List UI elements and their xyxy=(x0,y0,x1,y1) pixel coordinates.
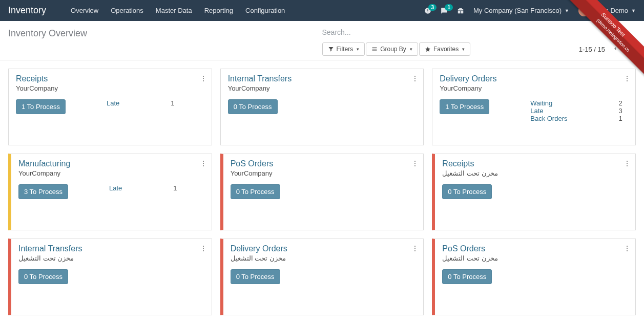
pager-prev[interactable] xyxy=(610,44,620,54)
kanban-card[interactable]: ⋮PoS OrdersYourCompany0 To Process xyxy=(220,154,424,230)
card-menu-icon[interactable]: ⋮ xyxy=(411,159,418,167)
stat-value: 1 xyxy=(619,115,622,122)
process-button[interactable]: 0 To Process xyxy=(18,269,68,284)
activity-badge: 3 xyxy=(428,4,437,11)
process-button[interactable]: 0 To Process xyxy=(442,269,492,284)
groupby-label: Group By xyxy=(380,46,406,53)
card-title[interactable]: Internal Transfers xyxy=(18,244,204,253)
stat-row[interactable]: Late1 xyxy=(107,99,175,107)
page-title: Inventory Overview xyxy=(8,26,322,39)
kanban-card[interactable]: ⋮Internal Transfersمخزن تحت التشغيل0 To … xyxy=(8,239,212,315)
stat-value: 2 xyxy=(619,99,622,107)
avatar xyxy=(578,5,590,16)
card-menu-icon[interactable]: ⋮ xyxy=(411,244,418,252)
navbar: Inventory Overview Operations Master Dat… xyxy=(0,0,644,21)
card-title[interactable]: Receipts xyxy=(442,159,628,168)
card-body: 0 To Process xyxy=(442,184,628,199)
stat-value: 3 xyxy=(619,107,622,115)
nav-reporting[interactable]: Reporting xyxy=(204,7,233,14)
card-menu-icon[interactable]: ⋮ xyxy=(200,74,206,82)
card-subtitle: YourCompany xyxy=(18,169,204,177)
card-title[interactable]: PoS Orders xyxy=(442,244,628,253)
gift-icon[interactable] xyxy=(457,7,464,14)
card-body: 0 To Process xyxy=(228,99,417,114)
stat-row[interactable]: Late1 xyxy=(109,184,177,192)
kanban-card[interactable]: ⋮ManufacturingYourCompany3 To ProcessLat… xyxy=(8,154,212,230)
search-input[interactable] xyxy=(322,26,636,38)
kanban-card[interactable]: ⋮Delivery Ordersمخزن تحت التشغيل0 To Pro… xyxy=(220,239,424,315)
filters-button[interactable]: Filters ▾ xyxy=(322,42,365,56)
card-title[interactable]: Internal Transfers xyxy=(228,74,417,83)
nav-configuration[interactable]: Configuration xyxy=(245,7,285,14)
stat-row[interactable]: Waiting2 xyxy=(530,99,622,107)
kanban-board: ⋮ReceiptsYourCompany1 To ProcessLate1⋮In… xyxy=(0,60,644,323)
card-body: 1 To ProcessLate1 xyxy=(16,99,204,114)
process-button[interactable]: 1 To Process xyxy=(440,99,489,114)
nav-right: 3 1 My Company (San Francisco) ▼ Marc De… xyxy=(424,5,636,16)
activity-icon[interactable]: 3 xyxy=(424,7,431,14)
stat-row[interactable]: Late3 xyxy=(530,107,622,115)
card-stats: Late1 xyxy=(109,184,177,192)
card-title[interactable]: Delivery Orders xyxy=(440,74,628,83)
pager-next[interactable] xyxy=(626,44,636,54)
nav-overview[interactable]: Overview xyxy=(71,7,98,14)
kanban-card[interactable]: ⋮Receiptsمخزن تحت التشغيل0 To Process xyxy=(432,154,636,230)
process-button[interactable]: 0 To Process xyxy=(231,269,280,284)
card-body: 0 To Process xyxy=(18,269,204,284)
card-title[interactable]: PoS Orders xyxy=(231,159,417,168)
filter-icon xyxy=(328,46,334,52)
favorites-label: Favorites xyxy=(433,46,459,53)
list-icon xyxy=(371,46,378,52)
nav-master-data[interactable]: Master Data xyxy=(156,7,192,14)
nav-operations[interactable]: Operations xyxy=(111,7,143,14)
caret-down-icon: ▾ xyxy=(462,47,465,52)
user-name: Marc Demo xyxy=(594,7,628,14)
card-subtitle: مخزن تحت التشغيل xyxy=(18,254,204,262)
process-button[interactable]: 1 To Process xyxy=(16,99,66,114)
card-subtitle: مخزن تحت التشغيل xyxy=(442,254,628,262)
card-title[interactable]: Receipts xyxy=(16,74,204,83)
stat-label: Back Orders xyxy=(530,115,567,122)
stat-value: 1 xyxy=(171,99,174,107)
process-button[interactable]: 3 To Process xyxy=(18,184,68,199)
chevron-left-icon xyxy=(612,46,618,52)
messaging-icon[interactable]: 1 xyxy=(441,7,448,14)
company-switcher[interactable]: My Company (San Francisco) ▼ xyxy=(473,7,569,14)
caret-down-icon: ▼ xyxy=(631,8,636,13)
card-stats: Waiting2Late3Back Orders1 xyxy=(530,99,622,122)
process-button[interactable]: 0 To Process xyxy=(442,184,492,199)
card-menu-icon[interactable]: ⋮ xyxy=(624,244,630,252)
kanban-card[interactable]: ⋮Internal TransfersYourCompany0 To Proce… xyxy=(220,69,424,145)
user-menu[interactable]: Marc Demo ▼ xyxy=(578,5,636,16)
card-subtitle: مخزن تحت التشغيل xyxy=(442,169,628,177)
app-brand[interactable]: Inventory xyxy=(8,5,46,16)
card-stats: Late1 xyxy=(107,99,175,107)
card-title[interactable]: Delivery Orders xyxy=(231,244,417,253)
caret-down-icon: ▾ xyxy=(410,47,412,52)
caret-down-icon: ▾ xyxy=(357,47,359,52)
process-button[interactable]: 0 To Process xyxy=(228,99,278,114)
kanban-card[interactable]: ⋮Delivery OrdersYourCompany1 To ProcessW… xyxy=(432,69,636,145)
company-name: My Company (San Francisco) xyxy=(473,7,562,14)
messaging-badge: 1 xyxy=(445,4,453,11)
card-menu-icon[interactable]: ⋮ xyxy=(624,159,630,167)
card-menu-icon[interactable]: ⋮ xyxy=(624,74,630,82)
card-menu-icon[interactable]: ⋮ xyxy=(200,159,206,167)
kanban-card[interactable]: ⋮ReceiptsYourCompany1 To ProcessLate1 xyxy=(8,69,212,145)
card-title[interactable]: Manufacturing xyxy=(18,159,204,168)
process-button[interactable]: 0 To Process xyxy=(231,184,280,199)
stat-label: Waiting xyxy=(530,99,552,107)
chevron-right-icon xyxy=(628,46,634,52)
kanban-card[interactable]: ⋮PoS Ordersمخزن تحت التشغيل0 To Process xyxy=(432,239,636,315)
control-panel: Inventory Overview Filters ▾ Group By ▾ … xyxy=(0,21,644,60)
favorites-button[interactable]: Favorites ▾ xyxy=(419,42,470,56)
card-menu-icon[interactable]: ⋮ xyxy=(200,244,206,252)
card-subtitle: YourCompany xyxy=(228,84,417,92)
card-menu-icon[interactable]: ⋮ xyxy=(411,74,418,82)
card-subtitle: YourCompany xyxy=(440,84,628,92)
stat-row[interactable]: Back Orders1 xyxy=(530,115,622,122)
stat-label: Late xyxy=(109,184,122,192)
pager: 1-15 / 15 xyxy=(579,44,636,54)
groupby-button[interactable]: Group By ▾ xyxy=(366,42,418,56)
star-icon xyxy=(425,46,431,52)
